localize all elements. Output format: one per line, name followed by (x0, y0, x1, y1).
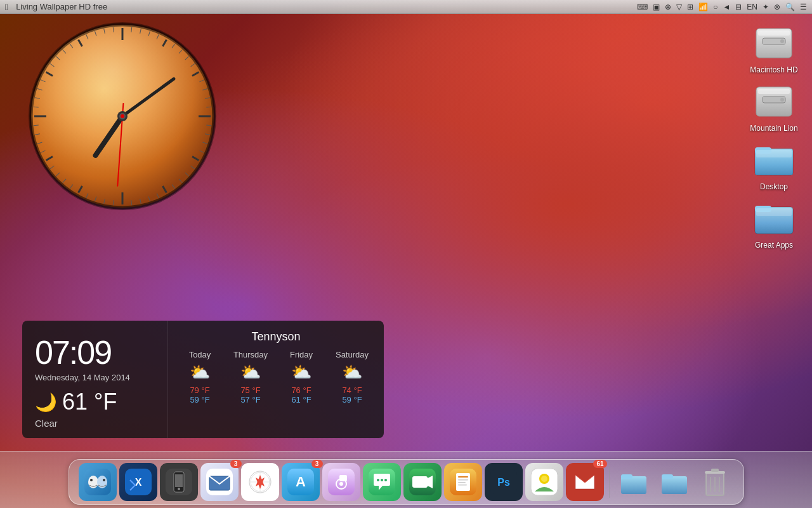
app-name[interactable]: Living Wallpaper HD free (16, 2, 107, 11)
app-store-badge: 3 (311, 460, 323, 468)
dock-shelf: X (69, 459, 744, 505)
svg-point-109 (339, 482, 343, 486)
forecast-day-today: Today ⛅ 79 °F 59 °F (178, 350, 222, 404)
airplay-icon[interactable]: ▽ (676, 3, 682, 11)
forecast-low-friday: 61 °F (279, 395, 324, 404)
ios-simulator-icon (160, 463, 198, 501)
sparrow-icon: 61 (566, 463, 604, 501)
svg-text:X: X (134, 477, 141, 488)
weather-temperature: 61 °F (62, 389, 117, 415)
pages-icon (444, 463, 482, 501)
camera-icon[interactable]: ▣ (653, 3, 660, 11)
dock-photoshop[interactable]: Ps (485, 463, 523, 501)
clock-widget (24, 18, 221, 217)
forecast-label-thursday: Thursday (228, 350, 273, 359)
stop-icon[interactable]: ⊗ (774, 3, 780, 11)
dock-folder1[interactable] (615, 463, 653, 501)
dock-sparrow[interactable]: 61 (566, 463, 604, 501)
trash-icon (696, 463, 734, 501)
dock-facetime[interactable] (403, 463, 442, 501)
great-apps-folder-label: Great Apps (755, 241, 793, 250)
facetime-icon (403, 463, 442, 501)
weather-left: 07:09 Wednesday, 14 May 2014 🌙 61 °F Cle… (22, 321, 168, 438)
svg-rect-140 (711, 469, 719, 472)
svg-point-128 (541, 476, 547, 482)
dock-safari[interactable] (241, 463, 279, 501)
mountain-lion-icon[interactable]: Mountain Lion (749, 81, 799, 133)
forecast-label-friday: Friday (279, 350, 324, 359)
dock-separator (609, 466, 610, 498)
mountain-lion-image (754, 81, 794, 121)
iphoto-icon (525, 463, 563, 501)
wifi-icon[interactable]: 📶 (698, 3, 708, 11)
audio-icon[interactable]: ◄ (723, 3, 730, 11)
share-icon[interactable]: ⊕ (665, 3, 671, 11)
svg-point-69 (121, 114, 124, 118)
svg-rect-122 (458, 482, 466, 483)
svg-rect-110 (339, 475, 347, 481)
mail-badge: 3 (230, 460, 242, 468)
dock-pages[interactable] (444, 463, 482, 501)
dock-iphoto[interactable] (525, 463, 563, 501)
svg-rect-94 (175, 474, 183, 487)
weather-moon-icon: 🌙 (35, 392, 57, 413)
dock-app-store[interactable]: A 3 (282, 463, 320, 501)
svg-point-95 (178, 488, 180, 490)
desktop-icons: Macintosh HD Mountain Li (749, 22, 799, 250)
safari-icon (241, 463, 279, 501)
forecast-icon-friday: ⛅ (279, 363, 324, 382)
menubar-left:  Living Wallpaper HD free (5, 2, 107, 12)
forecast-high-thursday: 75 °F (228, 385, 273, 395)
finder-icon (79, 463, 117, 501)
weather-condition: Clear (35, 418, 155, 429)
search-icon[interactable]: 🔍 (785, 3, 795, 11)
language-icon[interactable]: EN (747, 3, 757, 11)
xcode-icon: X (119, 463, 157, 501)
keyboard-icon[interactable]: ⌨ (637, 3, 648, 11)
weather-widget: 07:09 Wednesday, 14 May 2014 🌙 61 °F Cle… (22, 321, 384, 438)
forecast-label-today: Today (178, 350, 222, 359)
mountain-lion-label: Mountain Lion (750, 124, 797, 133)
list-icon[interactable]: ☰ (800, 3, 807, 11)
macintosh-hd-image (754, 22, 794, 63)
svg-rect-132 (662, 476, 687, 494)
folder1-icon (615, 463, 653, 501)
svg-point-113 (381, 479, 383, 481)
great-apps-folder-icon[interactable]: Great Apps (749, 197, 799, 250)
dock-messages[interactable] (363, 463, 401, 501)
display-icon[interactable]: ⊞ (687, 3, 693, 11)
input-icon[interactable]: ⊟ (735, 3, 742, 11)
bluetooth-icon[interactable]: ✦ (763, 3, 769, 11)
desktop-folder-icon[interactable]: Desktop (749, 139, 799, 191)
svg-rect-123 (458, 485, 467, 486)
airport-icon[interactable]: ○ (713, 3, 717, 11)
svg-point-112 (377, 479, 379, 481)
macintosh-hd-icon[interactable]: Macintosh HD (749, 22, 799, 74)
weather-forecast-panel: Tennyson Today ⛅ 79 °F 59 °F Thursday ⛅ … (168, 321, 384, 438)
svg-point-114 (384, 479, 387, 481)
weather-city: Tennyson (174, 330, 377, 344)
sparrow-badge: 61 (593, 460, 606, 468)
dock-finder[interactable] (79, 463, 117, 501)
dock-itunes[interactable] (322, 463, 360, 501)
dock: X (0, 451, 812, 508)
svg-rect-120 (458, 476, 468, 478)
macintosh-hd-label: Macintosh HD (750, 65, 797, 74)
forecast-low-today: 59 °F (178, 395, 222, 404)
desktop-folder-label: Desktop (760, 182, 788, 191)
forecast-label-saturday: Saturday (330, 350, 374, 359)
forecast-icon-saturday: ⛅ (330, 363, 374, 382)
svg-rect-84 (756, 208, 792, 216)
svg-point-88 (90, 479, 93, 481)
forecast-icon-thursday: ⛅ (228, 363, 273, 382)
svg-point-72 (780, 39, 784, 43)
dock-mail[interactable]: 3 (200, 463, 239, 501)
dock-ios-simulator[interactable] (160, 463, 198, 501)
apple-menu[interactable]:  (5, 2, 8, 12)
menubar-right: ⌨ ▣ ⊕ ▽ ⊞ 📶 ○ ◄ ⊟ EN ✦ ⊗ 🔍 ☰ (637, 3, 807, 11)
forecast-high-friday: 76 °F (279, 385, 324, 395)
dock-folder2[interactable] (655, 463, 693, 501)
svg-rect-77 (758, 89, 790, 94)
dock-trash[interactable] (696, 463, 734, 501)
dock-xcode[interactable]: X (119, 463, 157, 501)
